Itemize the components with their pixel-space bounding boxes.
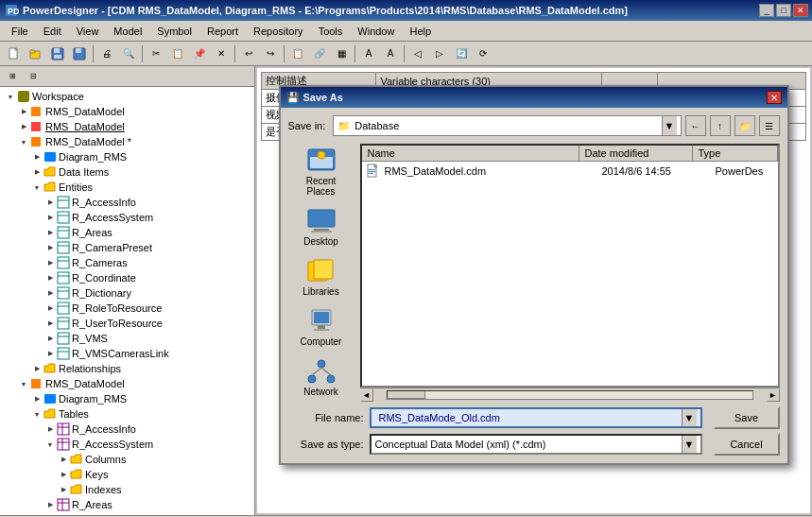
col-type[interactable]: Type: [693, 146, 778, 161]
save-dialog-button[interactable]: Save: [714, 406, 780, 429]
expand-icon-keys[interactable]: ▶: [57, 468, 70, 481]
tree-item-keys[interactable]: ▶Keys: [2, 467, 252, 482]
expand-icon-workspace[interactable]: ▼: [4, 90, 17, 103]
expand-icon-e1[interactable]: ▶: [43, 196, 57, 209]
expand-icon-entities[interactable]: ▼: [30, 181, 43, 194]
shortcut-network[interactable]: Network: [291, 354, 352, 401]
expand-icon-e2[interactable]: ▶: [43, 211, 57, 224]
menu-view[interactable]: View: [69, 24, 107, 39]
expand-icon-e8[interactable]: ▶: [43, 302, 57, 315]
copy-btn[interactable]: 📋: [167, 44, 188, 63]
scroll-left-btn[interactable]: ◄: [360, 388, 373, 402]
print-btn[interactable]: 🖨: [96, 44, 117, 63]
btn8[interactable]: A: [358, 44, 379, 63]
expand-icon-rms3[interactable]: ▼: [17, 135, 30, 148]
save-in-combo[interactable]: 📁 Database ▼: [333, 115, 681, 136]
maximize-button[interactable]: □: [776, 4, 791, 17]
tree-item-dataitems[interactable]: ▶Data Items: [2, 164, 252, 180]
expand-icon-e5[interactable]: ▶: [43, 256, 57, 269]
shortcut-computer[interactable]: Computer: [291, 304, 352, 351]
tree-item-workspace[interactable]: ▼Workspace: [2, 89, 252, 104]
btn11[interactable]: ▷: [429, 44, 450, 63]
menu-edit[interactable]: Edit: [36, 24, 69, 39]
tree-item-e11[interactable]: ▶R_VMSCamerasLink: [2, 346, 252, 361]
preview-btn[interactable]: 🔍: [118, 44, 139, 63]
tree-item-e2[interactable]: ▶R_AccessSystem: [2, 210, 252, 225]
expand-icon-e7[interactable]: ▶: [43, 286, 57, 300]
col-date[interactable]: Date modified: [579, 146, 693, 161]
menu-file[interactable]: File: [4, 24, 36, 39]
file-list-row[interactable]: RMS_DataModel.cdm 2014/8/6 14:55 PowerDe…: [362, 162, 778, 181]
tree-item-t1[interactable]: ▶R_AccessInfo: [2, 422, 252, 437]
expand-icon-e11[interactable]: ▶: [43, 347, 57, 360]
tree-btn2[interactable]: ⊟: [23, 67, 43, 86]
cut-btn[interactable]: ✂: [146, 44, 166, 63]
tree-item-entities[interactable]: ▼Entities: [2, 180, 252, 195]
minimize-button[interactable]: _: [759, 4, 774, 17]
tree-item-diagram[interactable]: ▶Diagram_RMS: [2, 149, 252, 164]
tree-item-rms4[interactable]: ▼RMS_DataModel: [2, 376, 252, 391]
back-nav-btn[interactable]: ←: [685, 115, 706, 136]
file-list-area[interactable]: Name Date modified Type: [360, 144, 780, 388]
btn5[interactable]: 📋: [287, 44, 308, 63]
tree-item-e6[interactable]: ▶R_Coordinate: [2, 270, 252, 285]
tree-item-e3[interactable]: ▶R_Areas: [2, 225, 252, 240]
expand-icon-t1[interactable]: ▶: [43, 422, 57, 436]
tree-item-t3[interactable]: ▶R_Areas: [2, 497, 252, 512]
filename-dropdown-btn[interactable]: ▼: [682, 409, 697, 426]
expand-icon-e10[interactable]: ▶: [43, 332, 57, 345]
tree-item-columns[interactable]: ▶Columns: [2, 452, 252, 467]
expand-icon-columns[interactable]: ▶: [57, 453, 70, 466]
expand-icon-e9[interactable]: ▶: [43, 317, 57, 330]
expand-icon-rms2[interactable]: ▶: [17, 120, 30, 133]
filetype-combo[interactable]: Conceptual Data Model (xml) (*.cdm) ▼: [370, 434, 702, 455]
btn6[interactable]: 🔗: [309, 44, 330, 63]
shortcut-libraries[interactable]: Libraries: [291, 254, 352, 301]
shortcut-recent[interactable]: Recent Places: [291, 144, 352, 200]
menu-report[interactable]: Report: [199, 24, 246, 39]
redo-btn[interactable]: ↪: [260, 44, 281, 63]
tree-item-e10[interactable]: ▶R_VMS: [2, 331, 252, 346]
menu-symbol[interactable]: Symbol: [149, 24, 199, 39]
new-btn[interactable]: [4, 44, 25, 63]
expand-icon-rms4[interactable]: ▼: [17, 377, 30, 390]
saveas-btn[interactable]: [69, 44, 90, 63]
close-button[interactable]: ✕: [793, 4, 808, 17]
tree-item-relationships[interactable]: ▶Relationships: [2, 361, 252, 376]
tree-item-e7[interactable]: ▶R_Dictionary: [2, 285, 252, 301]
tree-btn1[interactable]: ⊞: [2, 67, 23, 86]
open-btn[interactable]: [26, 44, 46, 63]
col-name[interactable]: Name: [362, 146, 579, 161]
view-menu-btn[interactable]: ☰: [759, 115, 780, 136]
tree-item-tables[interactable]: ▼Tables: [2, 406, 252, 422]
expand-icon-dataitems[interactable]: ▶: [30, 165, 43, 179]
tree-item-rms3[interactable]: ▼RMS_DataModel *: [2, 134, 252, 149]
tree-item-e9[interactable]: ▶R_UserToResource: [2, 316, 252, 331]
expand-icon-e6[interactable]: ▶: [43, 271, 57, 284]
filename-input[interactable]: [375, 407, 682, 428]
scroll-thumb-x[interactable]: [388, 391, 425, 399]
expand-icon-t3[interactable]: ▶: [43, 498, 57, 511]
expand-icon-t2[interactable]: ▼: [43, 438, 57, 451]
expand-icon-diagram2[interactable]: ▶: [30, 392, 43, 405]
btn7[interactable]: ▦: [331, 44, 352, 63]
filetype-dropdown-btn[interactable]: ▼: [682, 436, 697, 453]
menu-model[interactable]: Model: [106, 24, 149, 39]
tree-area[interactable]: ▼Workspace▶RMS_DataModel▶RMS_DataModel▼R…: [0, 87, 254, 515]
tree-item-e5[interactable]: ▶R_Cameras: [2, 255, 252, 270]
shortcut-desktop[interactable]: Desktop: [291, 204, 352, 250]
tree-item-e8[interactable]: ▶R_RoleToResource: [2, 301, 252, 316]
menu-window[interactable]: Window: [350, 24, 402, 39]
paste-btn[interactable]: 📌: [189, 44, 210, 63]
expand-icon-tables[interactable]: ▼: [30, 407, 43, 421]
file-list-scrollbar-x[interactable]: ◄ ►: [360, 388, 780, 401]
tree-item-e4[interactable]: ▶R_CameraPreset: [2, 240, 252, 255]
menu-tools[interactable]: Tools: [311, 24, 351, 39]
delete-btn[interactable]: ✕: [211, 44, 232, 63]
tree-item-rms1[interactable]: ▶RMS_DataModel: [2, 104, 252, 119]
tree-item-rms2[interactable]: ▶RMS_DataModel: [2, 119, 252, 134]
undo-btn[interactable]: ↩: [238, 44, 259, 63]
expand-icon-rms1[interactable]: ▶: [17, 105, 30, 118]
menu-help[interactable]: Help: [402, 24, 439, 39]
btn13[interactable]: ⟳: [473, 44, 493, 63]
